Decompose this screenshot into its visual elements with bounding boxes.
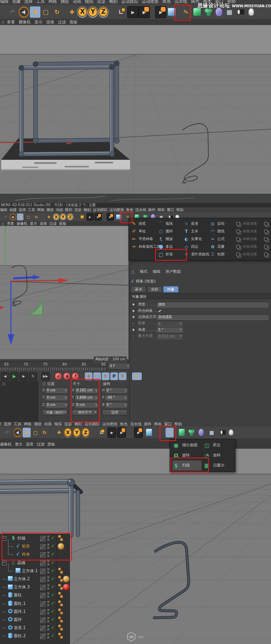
menu-item[interactable]: 运动跟踪 — [84, 422, 100, 427]
coord-value-field[interactable]: 1.898 cm — [75, 395, 98, 400]
spline-menu-item[interactable]: 蔓叶类曲线 — [183, 251, 209, 258]
toolbar-icon[interactable] — [67, 6, 77, 18]
toolbar-icon[interactable] — [181, 6, 191, 18]
transport-button[interactable]: P — [110, 372, 118, 380]
spline-menu-item[interactable]: 轮廓 — [210, 251, 225, 258]
toolbar-icon[interactable] — [52, 6, 62, 18]
toolbar-icon[interactable] — [82, 428, 90, 437]
menu-item[interactable]: 动画 — [44, 422, 52, 427]
panel-grip-icon[interactable] — [42, 382, 46, 385]
tree-toggle[interactable] — [2, 579, 6, 579]
attr-tab[interactable]: 基本 — [131, 286, 146, 293]
attribute-row[interactable]: 角度 . . . . . 5 °⇅ — [131, 326, 269, 333]
toolbar-icon[interactable] — [95, 213, 102, 221]
menu-item[interactable]: 插件 — [144, 422, 152, 427]
attribute-row[interactable]: 类型 . . . . . 线性⇅ — [131, 301, 269, 308]
layer-chip[interactable] — [40, 617, 46, 623]
menu-item[interactable]: 雕刻 — [74, 422, 82, 427]
tag-dots[interactable] — [58, 568, 63, 574]
spline-menu-item[interactable]: 螺旋 — [158, 235, 173, 243]
material-tag[interactable] — [63, 584, 69, 590]
viewport-1[interactable] — [0, 25, 271, 194]
tag-dots[interactable] — [58, 535, 63, 542]
menu-item[interactable]: 模拟 — [85, 0, 93, 5]
visibility-dots[interactable] — [47, 576, 49, 582]
menu-item[interactable]: 角色 — [162, 0, 171, 5]
attr-menu-edit[interactable]: 编辑 — [153, 269, 160, 274]
viewport-menu-item[interactable]: 查看 — [7, 19, 15, 25]
menu-item[interactable]: 工具 — [36, 0, 45, 5]
menu-item[interactable]: 网格 — [37, 207, 44, 213]
object-row[interactable]: 圆柱.2 ✓ — [0, 632, 69, 640]
menu-item[interactable]: 窗口 — [167, 207, 174, 213]
layer-chip[interactable] — [40, 634, 46, 639]
spline-menu-item[interactable]: 摆线 — [210, 228, 225, 235]
transport-button[interactable]: ⌀ — [55, 372, 62, 380]
object-name[interactable]: 立方体.1 — [22, 568, 38, 574]
coord-value-field[interactable]: 0 cm — [46, 387, 67, 393]
object-row[interactable]: 圆柱 ✓ — [0, 591, 69, 599]
tree-toggle[interactable] — [2, 595, 6, 596]
coord-value-field[interactable]: 0 cm — [46, 395, 67, 400]
object-name[interactable]: 圆柱.1 — [14, 601, 26, 606]
tree-toggle[interactable] — [2, 587, 6, 588]
toolbar-icon[interactable] — [46, 213, 52, 220]
layer-chip[interactable] — [40, 536, 46, 542]
coord-value-field[interactable]: 0 cm — [46, 402, 67, 408]
transport-button[interactable]: ⠿ — [119, 372, 126, 380]
viewport-menu-item[interactable]: 摄像机 — [0, 442, 12, 447]
material-manager-empty[interactable] — [0, 381, 39, 422]
menu-item[interactable]: 运动图形 — [109, 207, 124, 213]
menu-item[interactable]: 运动图形 — [102, 422, 118, 427]
toolbar-icon[interactable] — [77, 6, 88, 18]
menu-item[interactable]: 动画 — [73, 0, 81, 5]
spline-menu-item[interactable]: 画笔 — [131, 220, 160, 228]
attribute-value-field[interactable]: 0.023 cm⇅ — [157, 333, 183, 339]
menu-item[interactable]: 流水线 — [130, 422, 142, 427]
visibility-dots[interactable] — [47, 625, 49, 631]
transport-button[interactable]: ▢ — [93, 372, 101, 380]
material-tag[interactable] — [63, 576, 69, 582]
coord-value-field[interactable]: 0 ° — [105, 402, 127, 408]
tree-toggle[interactable] — [8, 564, 13, 571]
tree-toggle[interactable] — [8, 547, 13, 555]
enable-check[interactable]: ✓ — [51, 576, 55, 581]
layer-chip[interactable] — [40, 609, 46, 615]
object-name[interactable]: 立方体.2 — [14, 576, 30, 582]
toolbar-icon[interactable] — [208, 428, 216, 437]
toolbar-icon[interactable] — [86, 213, 94, 221]
spline-menu-item[interactable]: 多边 — [158, 243, 173, 251]
toolbar-icon[interactable] — [40, 428, 48, 437]
coord-value-field[interactable]: 0 ° — [105, 387, 127, 393]
menu-item[interactable]: 脚本 — [158, 207, 165, 213]
transport-button[interactable]: ▶ — [10, 372, 19, 381]
menu-item[interactable]: 选择 — [24, 0, 33, 5]
menu-item[interactable]: 创建 — [0, 422, 1, 427]
transport-button[interactable]: ↻ — [29, 372, 37, 381]
menu-item[interactable]: 渲染 — [64, 422, 72, 427]
attribute-value-field[interactable]: 自动适应⇅ — [157, 314, 269, 320]
object-name[interactable]: 圆环.1 — [14, 609, 26, 615]
layer-chip[interactable] — [40, 552, 46, 558]
menu-item[interactable]: 帮助 — [176, 207, 183, 213]
object-name[interactable]: 圆柱 — [14, 592, 22, 598]
attr-tab[interactable]: 对象 — [163, 286, 179, 293]
toolbar-icon[interactable] — [19, 6, 29, 18]
layer-chip[interactable] — [40, 569, 46, 574]
visibility-dots[interactable] — [47, 544, 49, 549]
spline-menu-item[interactable]: 星形 — [183, 220, 209, 228]
generator-menu-item[interactable]: 细分曲面 — [172, 440, 202, 450]
layer-chip[interactable] — [40, 593, 46, 598]
object-name[interactable]: 晶格 — [17, 560, 25, 566]
enable-check[interactable]: ✓ — [51, 568, 55, 573]
menu-item[interactable]: 选择 — [4, 422, 11, 427]
object-name[interactable]: 立方体.3 — [14, 584, 30, 590]
transport-button[interactable]: ✚ — [85, 372, 92, 380]
toolbar-icon[interactable] — [40, 6, 51, 18]
layer-chip[interactable] — [40, 560, 46, 566]
generator-menu-item[interactable]: 挤压 — [203, 440, 234, 450]
enable-check[interactable]: ✓ — [51, 592, 55, 598]
toolbar-icon[interactable] — [64, 428, 72, 437]
visibility-dots[interactable] — [47, 552, 49, 557]
tag-dots[interactable] — [58, 633, 63, 639]
